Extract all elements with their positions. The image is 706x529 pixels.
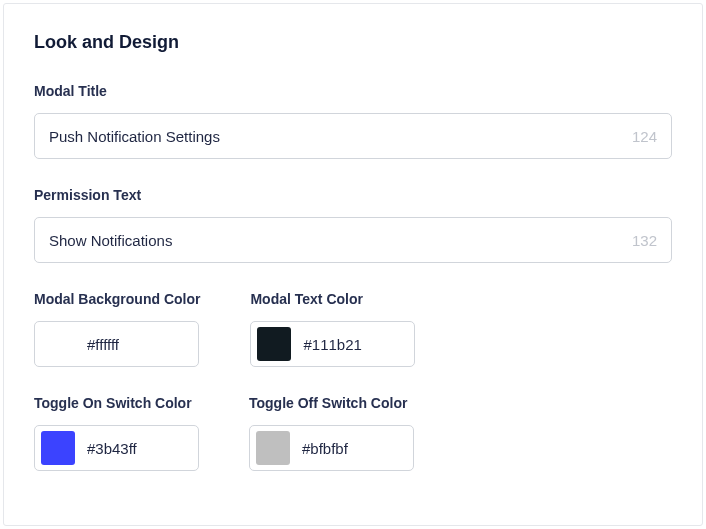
permission-text-label: Permission Text	[34, 187, 672, 203]
permission-text-input[interactable]	[49, 232, 622, 249]
toggle-on-label: Toggle On Switch Color	[34, 395, 199, 411]
modal-title-input-wrapper[interactable]: 124	[34, 113, 672, 159]
color-row-2: Toggle On Switch Color Toggle Off Switch…	[34, 395, 672, 499]
modal-title-label: Modal Title	[34, 83, 672, 99]
toggle-off-input-wrapper[interactable]	[249, 425, 414, 471]
modal-bg-value[interactable]	[87, 336, 184, 353]
permission-text-char-count: 132	[632, 232, 657, 249]
modal-title-input[interactable]	[49, 128, 622, 145]
toggle-off-field: Toggle Off Switch Color	[249, 395, 414, 471]
modal-title-char-count: 124	[632, 128, 657, 145]
modal-bg-label: Modal Background Color	[34, 291, 200, 307]
modal-text-field: Modal Text Color	[250, 291, 415, 367]
modal-text-swatch[interactable]	[257, 327, 291, 361]
modal-text-label: Modal Text Color	[250, 291, 415, 307]
toggle-on-value[interactable]	[87, 440, 184, 457]
toggle-on-field: Toggle On Switch Color	[34, 395, 199, 471]
toggle-off-value[interactable]	[302, 440, 399, 457]
modal-bg-input-wrapper[interactable]	[34, 321, 199, 367]
look-and-design-panel: Look and Design Modal Title 124 Permissi…	[3, 3, 703, 526]
toggle-on-input-wrapper[interactable]	[34, 425, 199, 471]
toggle-off-label: Toggle Off Switch Color	[249, 395, 414, 411]
permission-text-field: Permission Text 132	[34, 187, 672, 263]
toggle-off-swatch[interactable]	[256, 431, 290, 465]
modal-text-input-wrapper[interactable]	[250, 321, 415, 367]
color-row-1: Modal Background Color Modal Text Color	[34, 291, 672, 395]
modal-title-field: Modal Title 124	[34, 83, 672, 159]
modal-bg-field: Modal Background Color	[34, 291, 200, 367]
permission-text-input-wrapper[interactable]: 132	[34, 217, 672, 263]
modal-bg-swatch[interactable]	[41, 327, 75, 361]
toggle-on-swatch[interactable]	[41, 431, 75, 465]
section-title: Look and Design	[34, 32, 672, 53]
modal-text-value[interactable]	[303, 336, 400, 353]
